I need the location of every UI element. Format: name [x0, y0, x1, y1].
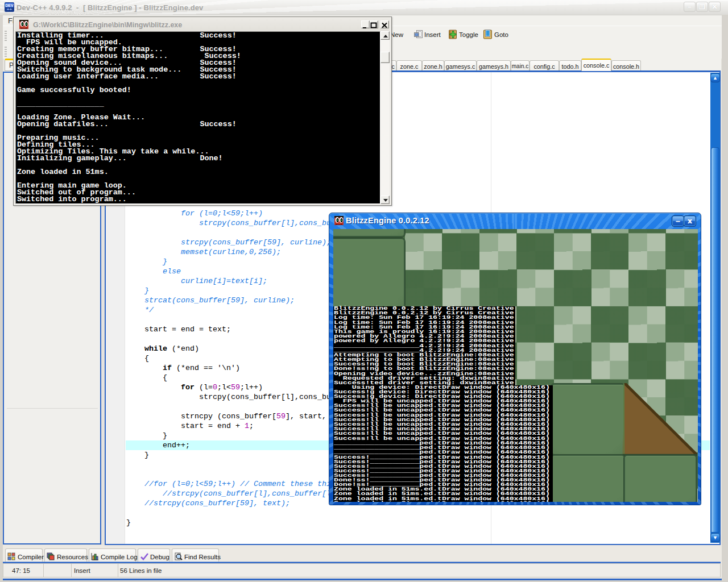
- svg-text:++: ++: [7, 7, 13, 12]
